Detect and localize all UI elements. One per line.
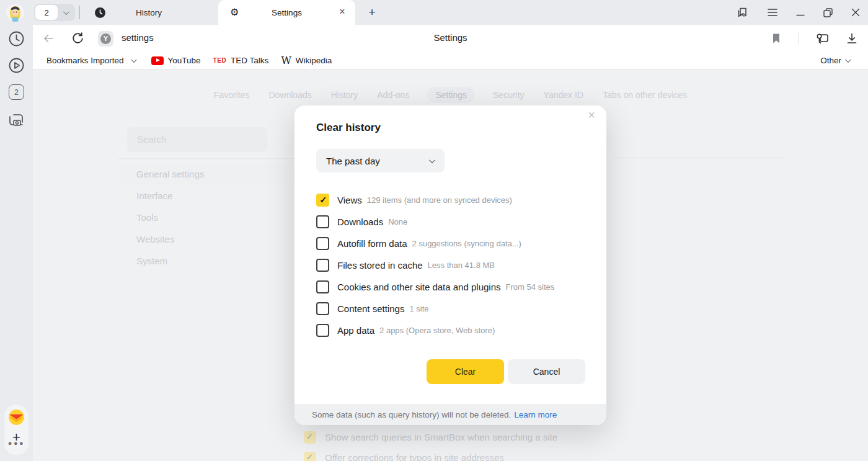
- settings-nav-security: Security: [492, 87, 526, 103]
- bookmark-label: TED Talks: [231, 56, 268, 65]
- footer-note: Some data (such as query history) will n…: [312, 410, 511, 419]
- tab-count-control[interactable]: 2: [34, 4, 75, 21]
- tab-count[interactable]: 2: [35, 5, 58, 20]
- new-tab-button[interactable]: +: [365, 5, 379, 20]
- option-label: Cookies and other site data and plugins: [337, 282, 501, 292]
- checkbox[interactable]: [316, 215, 329, 228]
- tab-separator: [79, 6, 80, 19]
- clear-option-content-settings[interactable]: Content settings1 site: [316, 298, 588, 320]
- option-detail: From 54 sites: [506, 282, 555, 292]
- settings-nav-tabs-on-other-devices: Tabs on other devices: [601, 87, 688, 103]
- background-option: Offer corrections for typos in site addr…: [304, 451, 557, 461]
- settings-nav-history: History: [330, 87, 360, 103]
- yandex-mail-icon[interactable]: [9, 410, 24, 425]
- dialog-close-icon[interactable]: ×: [585, 108, 598, 122]
- address-bar: Y settings Settings: [33, 25, 868, 52]
- page-title: Settings: [33, 32, 868, 43]
- clear-button[interactable]: Clear: [427, 359, 504, 384]
- background-options: Show search queries in SmartBox when sea…: [304, 431, 557, 461]
- option-label: Views: [337, 195, 362, 205]
- chevron-down-icon: [845, 56, 851, 63]
- downloads-icon[interactable]: [846, 32, 858, 45]
- learn-more-link[interactable]: Learn more: [514, 410, 557, 419]
- clear-option-cookies-and-other-site-data-and-plugins[interactable]: Cookies and other site data and pluginsF…: [316, 276, 588, 298]
- settings-nav-settings: Settings: [427, 87, 475, 103]
- clear-option-files-stored-in-cache[interactable]: Files stored in cacheLess than 41.8 MB: [316, 254, 588, 276]
- widgets-pill: +: [4, 405, 29, 455]
- side-rail: 2 + ●●●: [0, 25, 33, 461]
- passwords-icon[interactable]: [815, 32, 830, 45]
- bookmark-ted-talks[interactable]: TED TED Talks: [213, 56, 269, 65]
- more-options-icon[interactable]: ●●●: [0, 439, 33, 447]
- tab-history[interactable]: History: [84, 0, 214, 25]
- reload-icon[interactable]: [70, 31, 85, 46]
- clear-history-dialog: × Clear history The past day Views129 it…: [294, 105, 606, 425]
- background-option-label: Offer corrections for typos in site addr…: [325, 452, 504, 461]
- checked-checkbox: [304, 452, 316, 461]
- bookmarks-other[interactable]: Other: [820, 56, 849, 65]
- checkbox[interactable]: [316, 237, 329, 250]
- option-detail: None: [388, 217, 407, 226]
- option-detail: 129 items (and more on synced devices): [367, 195, 512, 205]
- tab-settings[interactable]: ⚙ Settings ×: [218, 0, 355, 25]
- checkbox[interactable]: [316, 194, 329, 207]
- side-panel-icon[interactable]: [736, 6, 750, 19]
- clear-option-views[interactable]: Views129 items (and more on synced devic…: [316, 189, 588, 211]
- tabs-rail-icon[interactable]: 2: [9, 84, 24, 100]
- minimize-icon[interactable]: [795, 7, 805, 17]
- cancel-button[interactable]: Cancel: [508, 359, 585, 384]
- close-window-icon[interactable]: [851, 7, 861, 17]
- chevron-down-icon: [131, 56, 137, 63]
- checkbox[interactable]: [316, 280, 329, 293]
- profile-avatar[interactable]: [6, 4, 24, 22]
- restore-icon[interactable]: [823, 7, 833, 18]
- tab-close-icon[interactable]: ×: [336, 6, 348, 18]
- url-input[interactable]: settings: [122, 32, 154, 43]
- back-icon[interactable]: [41, 31, 56, 46]
- bookmarks-folder[interactable]: Bookmarks Imported: [46, 56, 135, 65]
- bookmark-label: Wikipedia: [296, 56, 332, 65]
- settings-nav-favorites: Favorites: [213, 87, 251, 103]
- time-period-select[interactable]: The past day: [316, 149, 445, 172]
- checkbox[interactable]: [316, 302, 329, 315]
- option-label: Content settings: [337, 303, 404, 314]
- checked-checkbox: [304, 431, 316, 444]
- background-option: Show search queries in SmartBox when sea…: [304, 431, 557, 444]
- toolbar-separator: [798, 32, 799, 45]
- bookmark-label: YouTube: [168, 56, 201, 65]
- settings-sidebar-item-general-settings: General settings: [136, 163, 204, 185]
- settings-nav-downloads: Downloads: [267, 87, 312, 103]
- player-rail-icon[interactable]: [8, 57, 25, 74]
- clear-option-downloads[interactable]: DownloadsNone: [316, 211, 588, 233]
- settings-sidebar: General settingsInterfaceToolsWebsitesSy…: [136, 163, 204, 272]
- rail-tab-count: 2: [14, 88, 19, 97]
- menu-icon[interactable]: [767, 7, 778, 17]
- settings-sidebar-item-system: System: [136, 250, 204, 272]
- bookmarks-bar: Bookmarks Imported YouTube TED TED Talks…: [33, 52, 868, 69]
- checkbox[interactable]: [316, 324, 329, 337]
- checkbox[interactable]: [316, 259, 329, 272]
- option-detail: 1 site: [409, 304, 428, 313]
- clear-option-app-data[interactable]: App data2 apps (Opera store, Web store): [316, 320, 588, 341]
- option-label: Autofill form data: [337, 238, 407, 249]
- bookmark-wikipedia[interactable]: W Wikipedia: [281, 55, 332, 66]
- avatar-girl-icon: [6, 4, 24, 22]
- bookmark-youtube[interactable]: YouTube: [151, 56, 201, 65]
- screenshot-rail-icon[interactable]: [8, 112, 25, 128]
- site-favicon: Y: [98, 31, 113, 47]
- history-rail-icon[interactable]: [8, 30, 25, 47]
- dialog-title: Clear history: [316, 122, 381, 134]
- settings-sidebar-item-websites: Websites: [136, 228, 204, 250]
- settings-search-input: Search: [127, 127, 267, 152]
- settings-nav-add-ons: Add-ons: [376, 87, 410, 103]
- browser-window: 2 History ⚙ Settings × +: [0, 0, 868, 461]
- tab-bar: 2 History ⚙ Settings × +: [0, 0, 868, 25]
- chevron-down-icon: [429, 157, 435, 163]
- option-label: App data: [337, 325, 374, 336]
- settings-sidebar-item-interface: Interface: [136, 185, 204, 207]
- bookmarks-folder-label: Bookmarks Imported: [46, 56, 124, 65]
- bookmark-icon[interactable]: [771, 32, 782, 45]
- wikipedia-logo: W: [281, 55, 291, 66]
- clear-option-autofill-form-data[interactable]: Autofill form data2 suggestions (syncing…: [316, 233, 588, 254]
- settings-sidebar-item-tools: Tools: [136, 207, 204, 228]
